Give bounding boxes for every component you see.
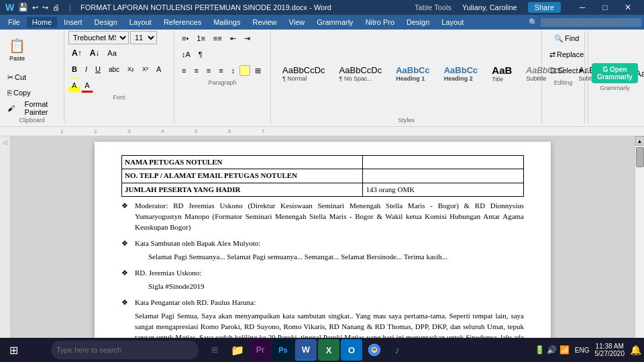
sort-button[interactable]: ↕A — [178, 47, 194, 62]
numbering-button[interactable]: 1≡ — [193, 31, 209, 46]
quick-access-save[interactable]: 💾 — [18, 3, 28, 12]
select-button[interactable]: ⊡ Select▾ — [547, 63, 587, 78]
copy-button[interactable]: ⎘ Copy — [4, 85, 60, 100]
doc-title: FORMAT LAPORAN NOTULENSI PERTEMUAN SINOD… — [80, 3, 331, 11]
font-shrink-button[interactable]: A↓ — [87, 46, 103, 60]
close-button[interactable]: ✕ — [617, 0, 639, 15]
style-no-spacing[interactable]: AaBbCcDc ¶ No Spac... — [333, 63, 388, 84]
menu-file[interactable]: File — [3, 17, 25, 28]
show-marks-button[interactable]: ¶ — [195, 47, 206, 62]
align-left-button[interactable]: ≡ — [178, 63, 189, 78]
menu-home[interactable]: Home — [27, 17, 57, 28]
clear-format-button[interactable]: Aa — [104, 46, 119, 60]
open-grammarly-button[interactable]: G Open Grammarly — [592, 63, 638, 83]
taskbar-app-word[interactable]: W — [295, 339, 317, 361]
clock[interactable]: 11:38 AM 5/27/2020 — [595, 343, 625, 357]
menu-grammarly[interactable]: Grammarly — [311, 17, 358, 28]
taskbar-app-cortana[interactable]: ⊞ — [204, 339, 225, 361]
table-row: JUMLAH PESERTA YANG HADIR 143 orang OMK — [122, 183, 524, 196]
taskbar-search-input[interactable] — [51, 341, 199, 359]
bullets-button[interactable]: ≡• — [178, 31, 192, 46]
bullet-content-3: RD. Jeremias Uskono: Sigla #Sinode2019 — [135, 268, 204, 295]
font-color-button[interactable]: A — [81, 78, 93, 93]
line-spacing-button[interactable]: ↕ — [228, 63, 239, 78]
format-painter-button[interactable]: 🖌 Format Painter — [4, 101, 60, 116]
text-highlight-button[interactable]: A — [68, 78, 80, 93]
scroll-thumb[interactable] — [636, 147, 644, 167]
font-grow-button[interactable]: A↑ — [68, 46, 85, 60]
text-effect-button[interactable]: A — [153, 62, 164, 77]
menu-mailings[interactable]: Mailings — [208, 17, 246, 28]
bullet-item-1: ❖ Moderator: RD Jeremias Uskono (Direktu… — [121, 201, 524, 236]
decrease-indent-button[interactable]: ⇤ — [227, 31, 239, 46]
taskbar-app-photoshop[interactable]: Ps — [272, 339, 294, 361]
share-button[interactable]: Share — [528, 2, 561, 13]
shading-button[interactable] — [239, 65, 250, 76]
align-center-button[interactable]: ≡ — [191, 63, 201, 78]
quick-access-undo[interactable]: ↩ — [32, 3, 38, 12]
borders-button[interactable]: ⊞ — [252, 63, 264, 78]
menu-layout[interactable]: Layout — [124, 17, 157, 28]
menu-nitro[interactable]: Nitro Pro — [360, 17, 400, 28]
bullet-item-2: ❖ Kata Sambutan oleh Bapak Alex Mulyoto:… — [121, 238, 524, 265]
bold-button[interactable]: B — [68, 62, 80, 77]
paste-area: 📋 Paste — [4, 31, 30, 69]
bullet-line-2b: Selamat Pagi Semuanya... Selamat Pagi se… — [148, 252, 447, 263]
doc-scroll-area[interactable]: NAMA PETUGAS NOTULEN NO. TELP / ALAMAT E… — [11, 136, 635, 340]
style-heading2[interactable]: AaBbCc Heading 2 — [438, 63, 484, 84]
font-controls-row2: B I U abc X₂ X² A A A — [68, 62, 170, 93]
menu-review[interactable]: Review — [248, 17, 282, 28]
underline-button[interactable]: U — [92, 62, 104, 77]
taskbar: ⊞ ⊞ 📁 Pr Ps W X O ♪ 🔋 🔊 📶 ENG 11:38 AM 5… — [0, 338, 644, 362]
style-title[interactable]: AaB Title — [486, 62, 518, 85]
menu-references[interactable]: References — [158, 17, 207, 28]
replace-button[interactable]: ⇄ Replace — [546, 47, 587, 62]
table-cell-value: 143 orang OMK — [363, 183, 524, 196]
grammarly-group: G Open Grammarly Grammarly — [588, 31, 641, 124]
vertical-scrollbar[interactable]: ▲ — [635, 136, 644, 340]
taskbar-app-outlook[interactable]: O — [341, 339, 362, 361]
menu-view[interactable]: View — [284, 17, 311, 28]
document-area: ◁ NAMA PETUGAS NOTULEN NO. TELP / ALAMAT… — [0, 136, 644, 340]
cut-button[interactable]: ✂ Cut — [4, 70, 60, 85]
bullet-sym-2: ❖ — [121, 238, 132, 265]
style-heading1[interactable]: AaBbCc Heading 1 — [390, 63, 436, 84]
copy-label: Copy — [13, 89, 31, 97]
taskbar-app-spotify[interactable]: ♪ — [386, 339, 408, 361]
increase-indent-button[interactable]: ⇥ — [241, 31, 254, 46]
menu-design2[interactable]: Design — [401, 17, 435, 28]
tell-me-input[interactable] — [541, 18, 641, 27]
menu-design[interactable]: Design — [89, 17, 123, 28]
menu-layout2[interactable]: Layout — [436, 17, 469, 28]
italic-button[interactable]: I — [82, 62, 91, 77]
align-right-button[interactable]: ≡ — [203, 63, 214, 78]
font-name-select[interactable]: Trebuchet MS — [68, 31, 129, 44]
taskbar-app-chrome[interactable] — [364, 339, 385, 361]
notification-button[interactable]: 🔔 — [630, 345, 641, 355]
superscript-button[interactable]: X² — [139, 62, 152, 77]
taskbar-app-fileexplorer[interactable]: 📁 — [227, 339, 248, 361]
find-button[interactable]: 🔍 Find — [551, 31, 582, 46]
subscript-button[interactable]: X₂ — [124, 62, 138, 77]
bullet-line-4b: Selamat Pagi Semua, Saya akan menyampaik… — [135, 311, 524, 340]
minimize-button[interactable]: ─ — [572, 0, 593, 15]
quick-access-redo[interactable]: ↪ — [42, 3, 48, 12]
style-normal[interactable]: AaBbCcDc ¶ Normal — [276, 63, 331, 84]
start-button[interactable]: ⊞ — [3, 339, 24, 361]
tell-me-box[interactable]: 🔍 — [529, 18, 641, 27]
time-display: 11:38 AM — [595, 343, 625, 350]
align-justify-button[interactable]: ≡ — [215, 63, 226, 78]
taskbar-app-excel[interactable]: X — [318, 339, 339, 361]
maximize-button[interactable]: □ — [594, 0, 616, 15]
menu-insert[interactable]: Insert — [58, 17, 88, 28]
scroll-up-button[interactable]: ▲ — [635, 136, 645, 146]
quick-access-print[interactable]: 🖨 — [52, 3, 60, 11]
font-size-select[interactable]: 11 — [130, 31, 157, 44]
paste-button[interactable]: 📋 Paste — [4, 31, 30, 69]
paste-icon: 📋 — [9, 38, 25, 54]
multilevel-button[interactable]: ≡≡ — [210, 31, 225, 46]
bullet-line-3a: RD. Jeremias Uskono: — [135, 268, 204, 279]
strikethrough-button[interactable]: abc — [105, 62, 123, 77]
taskbar-app-premiere[interactable]: Pr — [250, 339, 271, 361]
doc-page[interactable]: NAMA PETUGAS NOTULEN NO. TELP / ALAMAT E… — [95, 142, 551, 340]
